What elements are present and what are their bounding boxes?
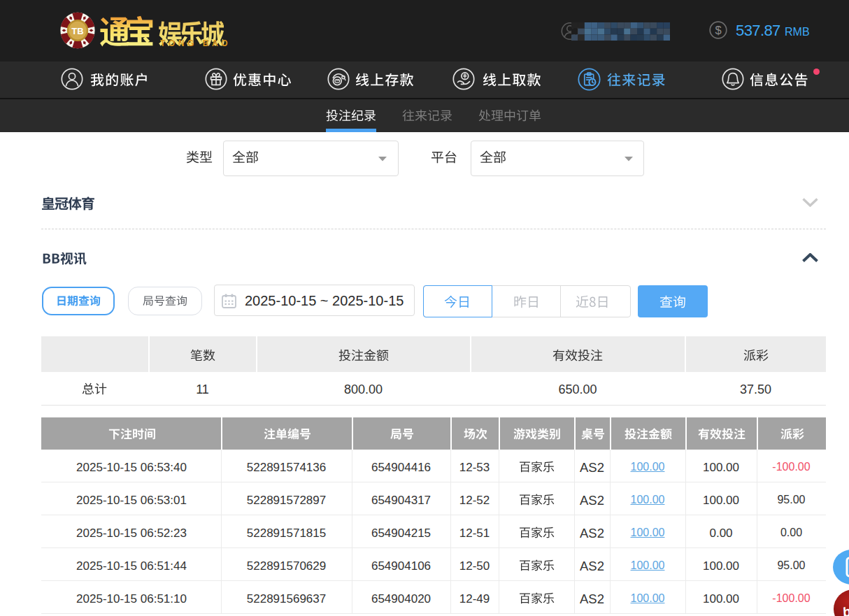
svg-text:$: $: [715, 24, 721, 36]
svg-text:bb: bb: [841, 601, 849, 616]
svg-text:TB: TB: [71, 26, 83, 36]
